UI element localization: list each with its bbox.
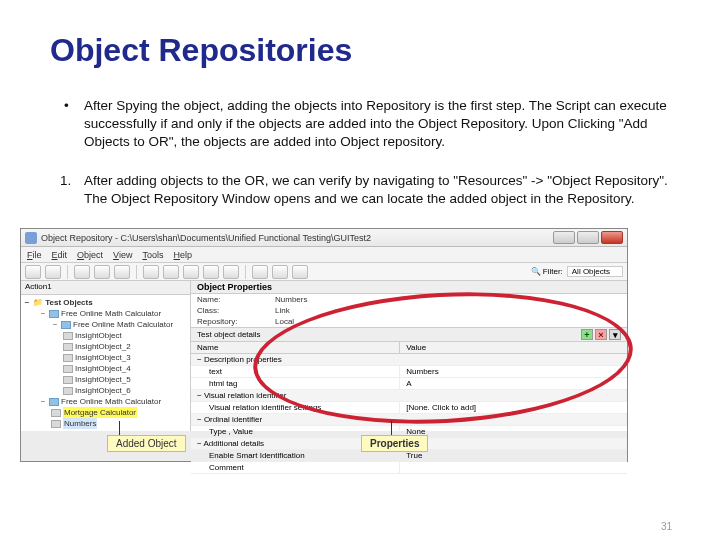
object-tree[interactable]: −📁 Test Objects −Free Online Math Calcul… (21, 295, 190, 431)
slide-title: Object Repositories (50, 32, 670, 69)
grid-row[interactable]: − Description properties (191, 354, 627, 366)
window-title: Object Repository - C:\Users\shan\Docume… (41, 233, 553, 243)
toolbar-button[interactable] (163, 265, 179, 279)
maximize-button[interactable] (577, 231, 599, 244)
grid-row[interactable]: Comment (191, 462, 627, 474)
toolbar: 🔍 Filter: All Objects (21, 263, 627, 281)
menubar: File Edit Object View Tools Help (21, 247, 627, 263)
toolbar-button[interactable] (183, 265, 199, 279)
toolbar-button[interactable] (223, 265, 239, 279)
selected-node: Numbers (63, 418, 97, 429)
property-options-button[interactable]: ▾ (609, 329, 621, 340)
toolbar-button[interactable] (272, 265, 288, 279)
grid-row[interactable]: − Ordinal identifier (191, 414, 627, 426)
menu-file[interactable]: File (27, 250, 42, 260)
properties-panel: Object Properties Name:NumbersClass:Link… (191, 281, 627, 431)
grid-row[interactable]: html tagA (191, 378, 627, 390)
tree-node[interactable]: InsightObject (23, 330, 188, 341)
grid-row[interactable]: Visual relation identifier settings[None… (191, 402, 627, 414)
add-property-button[interactable]: + (581, 329, 593, 340)
tree-node[interactable]: InsightObject_6 (23, 385, 188, 396)
toolbar-button[interactable] (203, 265, 219, 279)
menu-view[interactable]: View (113, 250, 132, 260)
panel-title: Object Properties (191, 281, 627, 294)
toolbar-button[interactable] (25, 265, 41, 279)
toolbar-button[interactable] (45, 265, 61, 279)
delete-property-button[interactable]: × (595, 329, 607, 340)
toolbar-button[interactable] (74, 265, 90, 279)
callout-added-object: Added Object (107, 435, 186, 452)
grid-row[interactable]: − Visual relation identifier (191, 390, 627, 402)
tree-node[interactable]: InsightObject_5 (23, 374, 188, 385)
filter-label: 🔍 Filter: (531, 267, 563, 276)
menu-object[interactable]: Object (77, 250, 103, 260)
menu-help[interactable]: Help (173, 250, 192, 260)
menu-tools[interactable]: Tools (142, 250, 163, 260)
property-row: Class:Link (191, 305, 627, 316)
toolbar-button[interactable] (94, 265, 110, 279)
property-row: Repository:Local (191, 316, 627, 327)
close-button[interactable] (601, 231, 623, 244)
grid-row[interactable]: textNumbers (191, 366, 627, 378)
grid-header-name: Name (191, 342, 400, 353)
property-row: Name:Numbers (191, 294, 627, 305)
tree-node[interactable]: InsightObject_3 (23, 352, 188, 363)
toolbar-button[interactable] (143, 265, 159, 279)
tree-node[interactable]: InsightObject_4 (23, 363, 188, 374)
toolbar-button[interactable] (292, 265, 308, 279)
filter-dropdown[interactable]: All Objects (567, 266, 623, 277)
window-titlebar: Object Repository - C:\Users\shan\Docume… (21, 229, 627, 247)
details-heading: Test object details (197, 330, 261, 339)
action-tab[interactable]: Action1 (21, 281, 190, 295)
highlighted-node: Mortgage Calculator (63, 407, 137, 418)
toolbar-button[interactable] (114, 265, 130, 279)
tree-panel: Action1 −📁 Test Objects −Free Online Mat… (21, 281, 191, 431)
toolbar-button[interactable] (252, 265, 268, 279)
app-icon (25, 232, 37, 244)
page-number: 31 (661, 521, 672, 532)
tree-node[interactable]: InsightObject_2 (23, 341, 188, 352)
menu-edit[interactable]: Edit (52, 250, 68, 260)
grid-header-value: Value (400, 342, 627, 353)
object-repository-window: Object Repository - C:\Users\shan\Docume… (20, 228, 628, 462)
callout-properties: Properties (361, 435, 428, 452)
minimize-button[interactable] (553, 231, 575, 244)
numbered-paragraph: After adding objects to the OR, we can v… (50, 172, 670, 208)
bullet-paragraph: After Spying the object, adding the obje… (50, 97, 670, 152)
